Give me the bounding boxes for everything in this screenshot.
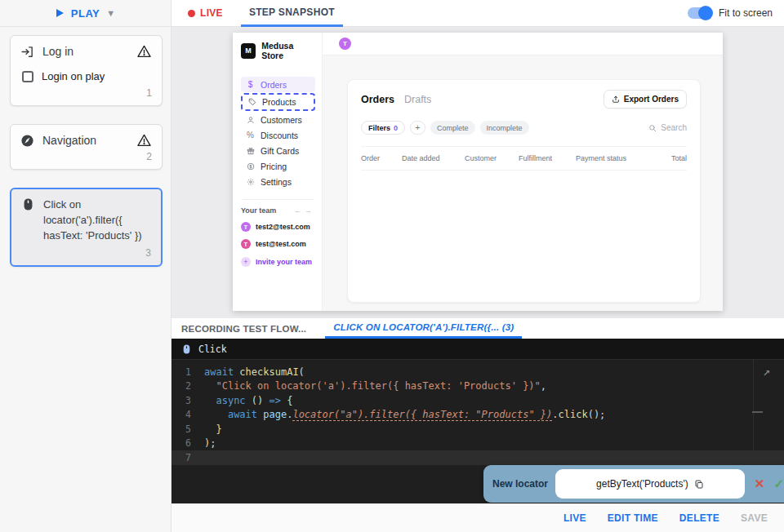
live-tab[interactable]: LIVE [188, 7, 223, 19]
filters-chip[interactable]: Filters 0 [361, 121, 405, 135]
code-token: checksumAI [239, 366, 298, 378]
mouse-icon [21, 197, 35, 211]
fit-to-screen-label: Fit to screen [719, 7, 773, 19]
code-line[interactable]: 2 "Click on locator('a').filter({ hasTex… [172, 379, 784, 394]
step-title: Log in [42, 45, 128, 58]
drafts-tab[interactable]: Drafts [404, 94, 431, 105]
menu-label: Gift Cards [261, 146, 299, 156]
step-card-navigation[interactable]: Navigation 2 [10, 124, 163, 170]
step-card-login[interactable]: Log in Login on play 1 [10, 35, 163, 106]
step-number: 3 [21, 244, 151, 260]
code-token: await [204, 366, 239, 378]
code-token [204, 395, 216, 406]
medusa-logo-row[interactable]: M Medusa Store [241, 41, 315, 60]
store-name: Medusa Store [261, 41, 315, 60]
code-area[interactable]: 1await checksumAI(2 "Click on locator('a… [172, 360, 784, 465]
plus-icon: + [241, 257, 251, 267]
menu-label: Discounts [261, 131, 298, 140]
col-payment-status: Payment status [576, 154, 654, 162]
play-button[interactable]: PLAY ▼ [0, 0, 171, 27]
accept-locator-button[interactable]: ✓ [773, 477, 784, 491]
menu-item-gift-cards[interactable]: Gift Cards [241, 143, 315, 158]
edit-time-button[interactable]: EDIT TIME [608, 512, 658, 524]
tab-click-step-active[interactable]: CLICK ON LOCATOR('A').FILTER({... (3) [325, 318, 522, 339]
fit-to-screen-toggle[interactable] [688, 7, 712, 19]
menu-item-products-target[interactable]: Products [241, 93, 315, 111]
save-button[interactable]: SAVE [741, 512, 768, 524]
code-line[interactable]: 5 } [172, 422, 784, 437]
code-token: . [552, 409, 558, 420]
code-token: => [269, 395, 280, 406]
team-member[interactable]: T test2@test.com [241, 222, 315, 232]
menu-label: Products [262, 97, 296, 107]
sidebar-divider [243, 199, 314, 200]
code-token: } [204, 423, 222, 435]
toggle-knob [698, 6, 713, 20]
orders-card: Orders Drafts Export Orders Filters 0 [347, 79, 701, 303]
col-total: Total [654, 154, 687, 162]
reject-locator-button[interactable]: ✕ [755, 477, 765, 491]
editor-tab-bar: RECORDING TEST FLOW... CLICK ON LOCATOR(… [172, 318, 784, 339]
gear-icon [246, 177, 255, 186]
percent-icon: % [246, 131, 255, 140]
team-member[interactable]: T test@test.com [241, 239, 315, 249]
code-line[interactable]: 3 async () => { [172, 393, 784, 408]
step-title: Click on locator('a').filter({ hasText: … [43, 197, 151, 244]
search-icon [648, 124, 657, 132]
invite-your-team-button[interactable]: + Invite your team [241, 257, 315, 267]
expand-editor-icon[interactable]: ↗ [763, 364, 770, 379]
line-number: 6 [172, 437, 204, 449]
team-pagination-arrows[interactable]: ←→ [294, 206, 315, 215]
menu-item-pricing[interactable]: Pricing [241, 158, 315, 174]
menu-item-customers[interactable]: Customers [241, 112, 315, 127]
tab-step-snapshot[interactable]: STEP SNAPSHOT [241, 0, 343, 27]
tag-icon [247, 98, 256, 107]
step-number: 1 [20, 84, 152, 100]
code-token: ; [210, 437, 216, 449]
upload-icon [612, 95, 620, 104]
menu-item-orders[interactable]: $ Orders [241, 77, 315, 92]
code-token [204, 409, 228, 420]
copy-icon[interactable] [694, 479, 704, 490]
code-line[interactable]: 6); [172, 437, 784, 451]
medusa-sidebar: M Medusa Store $ Orders Products Custome… [233, 33, 323, 311]
step-actions-bar: LIVE EDIT TIME DELETE SAVE [172, 503, 784, 532]
navigation-compass-icon [20, 134, 34, 148]
add-filter-chip[interactable]: + [410, 121, 425, 135]
live-button[interactable]: LIVE [564, 512, 586, 524]
steps-list: Log in Login on play 1 Navigation 2 [0, 27, 171, 267]
menu-item-settings[interactable]: Settings [241, 174, 315, 189]
code-line[interactable]: 1await checksumAI( [172, 365, 784, 379]
incomplete-chip[interactable]: Incomplete [480, 121, 529, 135]
complete-chip[interactable]: Complete [430, 121, 475, 135]
scrollbar-thumb[interactable] [752, 411, 763, 413]
step-card-click-selected[interactable]: Click on locator('a').filter({ hasText: … [10, 188, 163, 267]
avatar: T [241, 222, 251, 232]
export-orders-button[interactable]: Export Orders [604, 90, 687, 109]
orders-table-header: Order Date added Customer Fulfillment Pa… [361, 146, 687, 171]
code-line[interactable]: 4 await page.locator("a").filter({ hasTe… [172, 408, 784, 423]
col-fulfillment: Fulfillment [519, 154, 576, 162]
play-label: PLAY [71, 7, 100, 20]
code-line[interactable]: 7 [172, 450, 784, 465]
tab-recording-test-flow[interactable]: RECORDING TEST FLOW... [181, 318, 306, 339]
login-on-play-checkbox[interactable] [22, 71, 33, 82]
menu-label: Pricing [261, 162, 287, 171]
code-token: , [541, 380, 546, 392]
fit-to-screen-group: Fit to screen [688, 7, 773, 19]
mouse-icon [181, 344, 192, 355]
code-token [204, 380, 216, 392]
code-editor-header: Click [172, 339, 784, 360]
delete-button[interactable]: DELETE [679, 512, 719, 524]
orders-tab[interactable]: Orders [361, 94, 394, 105]
code-token: (); [588, 409, 606, 420]
user-avatar[interactable]: T [339, 38, 351, 50]
code-token: { [281, 395, 292, 406]
locator-input[interactable]: getByText('Products') [555, 469, 745, 499]
line-number: 2 [172, 380, 204, 392]
chevron-down-icon[interactable]: ▼ [106, 8, 115, 18]
search-button[interactable]: Search [648, 123, 687, 132]
menu-item-discounts[interactable]: % Discounts [241, 127, 315, 143]
member-email: test@test.com [256, 240, 306, 248]
line-number: 4 [172, 409, 204, 420]
